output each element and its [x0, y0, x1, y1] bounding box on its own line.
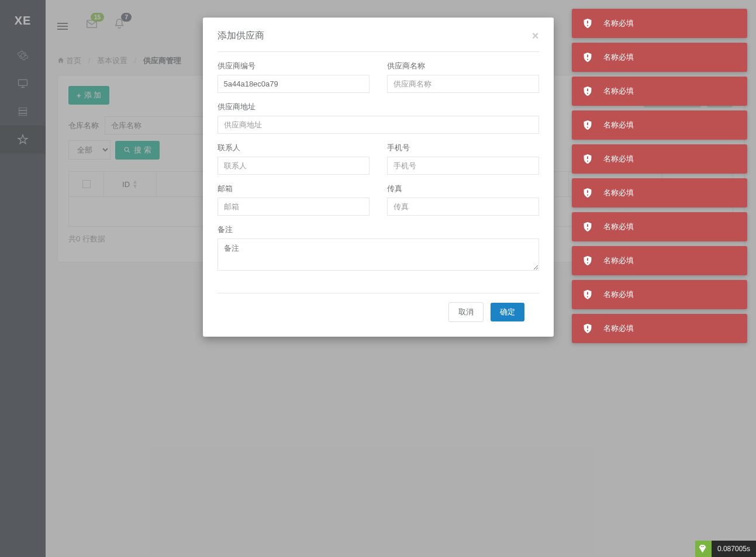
- remark-input[interactable]: [218, 238, 539, 271]
- shield-alert-icon: [581, 51, 594, 64]
- shield-alert-icon: [581, 322, 594, 335]
- modal-title: 添加供应商: [218, 30, 264, 42]
- cancel-button[interactable]: 取消: [448, 302, 484, 322]
- mobile-label: 手机号: [387, 143, 539, 153]
- shield-alert-icon: [581, 119, 594, 132]
- supplier-addr-label: 供应商地址: [218, 102, 539, 112]
- toast-error[interactable]: 名称必填: [572, 43, 747, 72]
- mobile-input[interactable]: [387, 157, 539, 175]
- toast-error[interactable]: 名称必填: [572, 144, 747, 174]
- remark-label: 备注: [218, 224, 539, 235]
- shield-alert-icon: [581, 186, 594, 199]
- toast-error[interactable]: 名称必填: [572, 314, 747, 343]
- shield-alert-icon: [581, 254, 594, 267]
- toast-error[interactable]: 名称必填: [572, 178, 747, 207]
- close-icon[interactable]: ×: [532, 29, 539, 43]
- toast-error[interactable]: 名称必填: [572, 246, 747, 275]
- perf-logo-icon: [695, 541, 712, 557]
- perf-widget[interactable]: 0.087005s: [695, 541, 756, 557]
- perf-time: 0.087005s: [712, 541, 756, 557]
- supplier-code-input[interactable]: [218, 75, 370, 93]
- toast-error[interactable]: 名称必填: [572, 110, 747, 140]
- supplier-name-input[interactable]: [387, 75, 539, 93]
- toast-container: 名称必填 名称必填 名称必填 名称必填 名称必填 名称必填 名称必填 名称必填 …: [572, 9, 747, 348]
- shield-alert-icon: [581, 220, 594, 233]
- add-supplier-modal: 添加供应商 × 供应商编号 供应商名称 供应商地址 联系人: [203, 18, 554, 337]
- supplier-name-label: 供应商名称: [387, 61, 539, 71]
- toast-error[interactable]: 名称必填: [572, 212, 747, 241]
- toast-error[interactable]: 名称必填: [572, 9, 747, 38]
- toast-error[interactable]: 名称必填: [572, 280, 747, 309]
- supplier-code-label: 供应商编号: [218, 61, 370, 71]
- shield-alert-icon: [581, 288, 594, 301]
- email-input[interactable]: [218, 198, 370, 216]
- shield-alert-icon: [581, 85, 594, 98]
- contact-input[interactable]: [218, 157, 370, 175]
- contact-label: 联系人: [218, 143, 370, 153]
- fax-input[interactable]: [387, 198, 539, 216]
- supplier-addr-input[interactable]: [218, 116, 539, 134]
- fax-label: 传真: [387, 184, 539, 194]
- email-label: 邮箱: [218, 184, 370, 194]
- ok-button[interactable]: 确定: [491, 303, 524, 321]
- shield-alert-icon: [581, 153, 594, 165]
- shield-alert-icon: [581, 17, 594, 30]
- toast-error[interactable]: 名称必填: [572, 77, 747, 106]
